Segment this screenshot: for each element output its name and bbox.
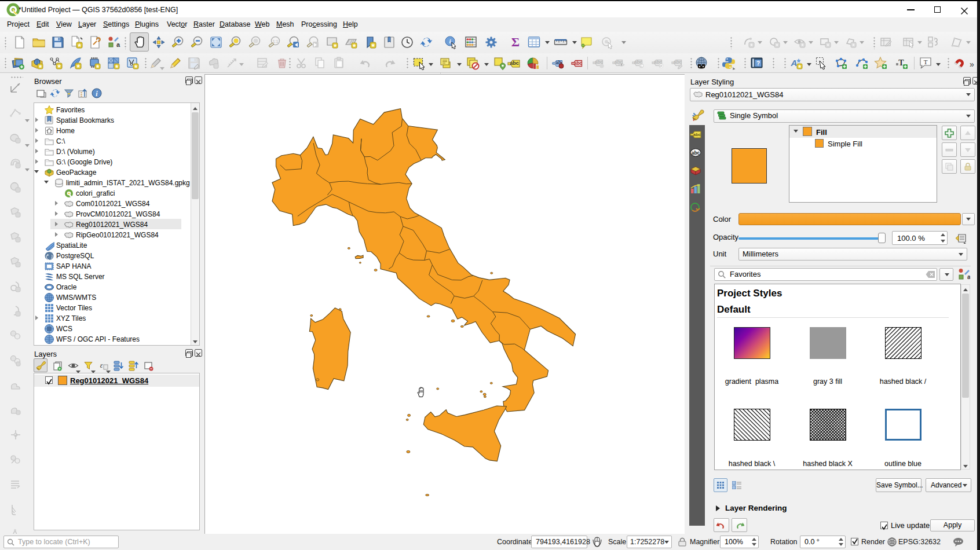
svg-text:Σ: Σ: [511, 35, 520, 49]
svg-text:abc: abc: [674, 59, 682, 65]
svg-text:abc: abc: [693, 132, 701, 137]
svg-text:abc: abc: [574, 60, 583, 66]
svg-text:?: ?: [756, 60, 760, 67]
svg-text:A: A: [791, 58, 798, 68]
svg-text:ε: ε: [100, 361, 103, 369]
svg-text:abc: abc: [692, 150, 700, 156]
svg-text:a: a: [967, 274, 970, 280]
svg-text:abc: abc: [510, 60, 519, 66]
svg-text:1:1: 1:1: [273, 39, 279, 43]
svg-text:T: T: [924, 58, 928, 65]
svg-text:a: a: [116, 41, 120, 48]
